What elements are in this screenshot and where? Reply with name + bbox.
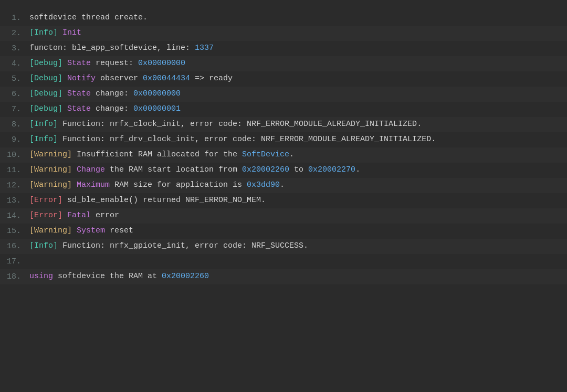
code-segment: Init bbox=[62, 28, 81, 37]
line-number: 12. bbox=[0, 179, 25, 192]
code-editor: 1.softdevice thread create.2.[Info] Init… bbox=[0, 6, 567, 289]
code-segment: Insufficient RAM allocated for the bbox=[77, 150, 242, 159]
line-content: [Info] Init bbox=[25, 27, 567, 39]
code-line: 14.[Error] Fatal error bbox=[0, 208, 567, 224]
code-segment: 0x00000000 bbox=[133, 89, 181, 98]
line-content: [Info] Function: nrfx_gpiote_init, error… bbox=[25, 240, 567, 252]
code-segment: Change bbox=[77, 165, 105, 174]
code-segment: softdevice thread create. bbox=[29, 13, 148, 22]
code-segment: [Warning] bbox=[29, 226, 77, 235]
code-segment: Function: nrfx_clock_init, error code: N… bbox=[62, 120, 422, 129]
code-segment: [Warning] bbox=[29, 165, 77, 174]
code-segment: 0x00000000 bbox=[138, 59, 185, 68]
code-segment: [Debug] bbox=[29, 59, 67, 68]
line-content: [Warning] Insufficient RAM allocated for… bbox=[25, 149, 567, 161]
code-line: 7.[Debug] State change: 0x00000001 bbox=[0, 102, 567, 117]
code-segment: RAM size for application is bbox=[110, 181, 247, 189]
line-number: 15. bbox=[0, 225, 25, 238]
line-content: functon: ble_app_softdevice, line: 1337 bbox=[25, 42, 567, 55]
code-segment: Notify bbox=[67, 74, 96, 83]
code-segment: . bbox=[289, 150, 294, 159]
line-content: [Error] Fatal error bbox=[25, 209, 567, 222]
code-segment: 0x00044434 bbox=[143, 74, 190, 83]
line-number: 14. bbox=[0, 209, 25, 223]
line-content: [Debug] Notify observer 0x00044434 => re… bbox=[25, 72, 567, 85]
code-segment: State bbox=[67, 89, 91, 98]
code-line: 3.functon: ble_app_softdevice, line: 133… bbox=[0, 41, 567, 56]
line-number: 8. bbox=[0, 118, 25, 131]
code-segment: request: bbox=[91, 59, 138, 68]
code-line: 13.[Error] sd_ble_enable() returned NRF_… bbox=[0, 193, 567, 208]
code-segment: error bbox=[91, 211, 119, 220]
code-segment: [Warning] bbox=[29, 181, 77, 189]
line-number: 1. bbox=[0, 12, 25, 25]
code-line: 18.using softdevice the RAM at 0x2000226… bbox=[0, 269, 567, 284]
code-segment: [Debug] bbox=[29, 89, 67, 98]
code-segment: [Debug] bbox=[29, 74, 67, 83]
line-content: [Warning] Maximum RAM size for applicati… bbox=[25, 179, 567, 192]
line-number: 6. bbox=[0, 88, 25, 101]
code-segment: [Info] bbox=[29, 241, 62, 250]
code-segment: Function: nrf_drv_clock_init, error code… bbox=[62, 135, 436, 144]
line-number: 17. bbox=[0, 255, 25, 268]
line-number: 4. bbox=[0, 57, 25, 70]
code-segment: observer bbox=[96, 74, 143, 83]
code-segment: change: bbox=[91, 89, 133, 98]
line-content: using softdevice the RAM at 0x20002260 bbox=[25, 270, 567, 283]
code-segment: Maximum bbox=[77, 181, 110, 189]
line-content: [Debug] State request: 0x00000000 bbox=[25, 57, 567, 70]
code-segment: . bbox=[280, 181, 285, 189]
code-segment: [Info] bbox=[29, 120, 62, 129]
code-segment: 1337 bbox=[195, 44, 214, 52]
code-segment: [Error] bbox=[29, 196, 67, 205]
code-segment: sd_ble_enable() returned NRF_ERROR_NO_ME… bbox=[67, 196, 266, 205]
line-content: [Info] Function: nrf_drv_clock_init, err… bbox=[25, 133, 567, 146]
line-number: 16. bbox=[0, 240, 25, 253]
code-segment: 0x20002260 bbox=[242, 165, 289, 174]
code-line: 4.[Debug] State request: 0x00000000 bbox=[0, 56, 567, 71]
code-segment: softdevice the RAM at bbox=[53, 272, 162, 281]
code-line: 12.[Warning] Maximum RAM size for applic… bbox=[0, 178, 567, 193]
code-line: 1.softdevice thread create. bbox=[0, 10, 567, 26]
code-segment: change: bbox=[91, 104, 133, 113]
line-content: [Debug] State change: 0x00000000 bbox=[25, 88, 567, 100]
code-segment: System bbox=[77, 226, 105, 235]
code-line: 2.[Info] Init bbox=[0, 26, 567, 41]
code-line: 11.[Warning] Change the RAM start locati… bbox=[0, 163, 567, 178]
code-segment: [Warning] bbox=[29, 150, 77, 159]
code-segment: 0x20002260 bbox=[162, 272, 209, 281]
code-line: 15.[Warning] System reset bbox=[0, 224, 567, 239]
line-number: 7. bbox=[0, 103, 25, 116]
line-content: [Debug] State change: 0x00000001 bbox=[25, 103, 567, 115]
line-number: 3. bbox=[0, 42, 25, 55]
line-number: 18. bbox=[0, 270, 25, 283]
line-content: [Warning] Change the RAM start location … bbox=[25, 164, 567, 176]
line-number: 10. bbox=[0, 149, 25, 162]
code-segment: [Debug] bbox=[29, 104, 67, 113]
code-segment: functon: ble_app_softdevice, line: bbox=[29, 44, 195, 52]
line-content: [Warning] System reset bbox=[25, 225, 567, 237]
code-line: 8.[Info] Function: nrfx_clock_init, erro… bbox=[0, 117, 567, 132]
line-number: 11. bbox=[0, 164, 25, 177]
code-segment: reset bbox=[105, 226, 133, 235]
line-number: 9. bbox=[0, 133, 25, 146]
code-segment: using bbox=[29, 272, 53, 281]
line-content: softdevice thread create. bbox=[25, 12, 567, 24]
line-number: 2. bbox=[0, 27, 25, 40]
line-number: 5. bbox=[0, 72, 25, 86]
code-segment: [Info] bbox=[29, 135, 62, 144]
code-segment: . bbox=[355, 165, 360, 174]
code-segment: => ready bbox=[190, 74, 233, 83]
code-line: 10.[Warning] Insufficient RAM allocated … bbox=[0, 147, 567, 163]
line-content: [Error] sd_ble_enable() returned NRF_ERR… bbox=[25, 194, 567, 207]
code-segment: 0x20002270 bbox=[308, 165, 355, 174]
code-line: 6.[Debug] State change: 0x00000000 bbox=[0, 87, 567, 102]
code-segment: the RAM start location from bbox=[105, 165, 242, 174]
code-line: 9.[Info] Function: nrf_drv_clock_init, e… bbox=[0, 132, 567, 147]
code-segment: [Info] bbox=[29, 28, 62, 37]
code-segment: Function: nrfx_gpiote_init, error code: … bbox=[62, 241, 308, 250]
code-segment: 0x3dd90 bbox=[247, 181, 280, 189]
line-content: [Info] Function: nrfx_clock_init, error … bbox=[25, 118, 567, 131]
code-segment: 0x00000001 bbox=[133, 104, 181, 113]
code-segment: to bbox=[289, 165, 308, 174]
